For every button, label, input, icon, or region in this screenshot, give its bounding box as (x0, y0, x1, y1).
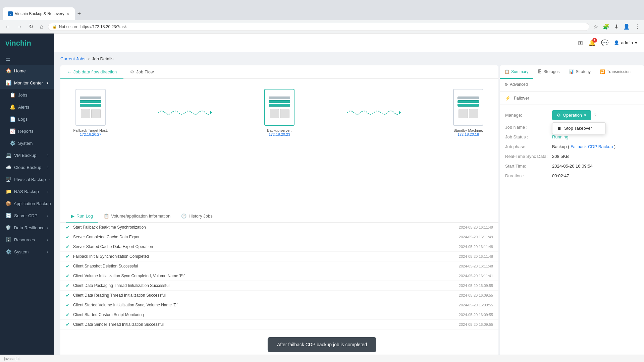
sidebar-label-resilience: Data Resilience (14, 225, 45, 230)
source-node: Failback Target Host: 172.18.20.27 (67, 89, 114, 136)
profile-btn[interactable]: 👤 (622, 22, 631, 31)
log-entry-time: 2024-05-20 16:11:48 (459, 264, 493, 268)
target-server-box (453, 89, 483, 126)
log-check-icon: ✔ (66, 273, 70, 279)
log-entry: ✔ Client Started Volume Initialization S… (60, 300, 498, 310)
sidebar-item-home[interactable]: 🏠 Home (0, 65, 54, 77)
wave-connector-1 (114, 108, 256, 118)
flow-diagram: Failback Target Host: 172.18.20.27 (60, 79, 498, 146)
tab-advanced[interactable]: ⚙ Advanced (500, 78, 532, 92)
flow-nodes: Failback Target Host: 172.18.20.27 (67, 89, 492, 136)
breadcrumb-parent[interactable]: Current Jobs (60, 56, 85, 61)
summary-row-sync-data: Real-Time Sync Data: 208.5KB (505, 154, 639, 159)
target-node: Standby Machine: 172.18.20.18 (445, 89, 492, 136)
browser-toolbar: ← → ↻ ⌂ 🔒 Not secure https://172.18.20.2… (0, 20, 644, 34)
log-entry-text: Start Failback Real-time Synchronization (73, 225, 455, 230)
bookmark-btn[interactable]: ☆ (592, 22, 599, 31)
job-flow-icon: ⚙ (130, 69, 134, 74)
sidebar-item-system-main[interactable]: ⚙️ System › (0, 246, 54, 258)
browser-tab-active[interactable]: V Vinchin Backup & Recovery ✕ (3, 7, 75, 20)
job-panel: ↔ Job data flow direction ⚙ Job Flow (60, 65, 498, 210)
back-btn[interactable]: ← (3, 22, 12, 31)
cdp-icon: 🔄 (5, 213, 11, 218)
sidebar-item-jobs[interactable]: 📋 Jobs (0, 89, 54, 101)
help-icon[interactable]: ? (594, 113, 596, 118)
sidebar-item-monitor-center[interactable]: 📊 Monitor Center ▾ (0, 77, 54, 89)
resources-icon: 🗄️ (5, 237, 11, 242)
tab-favicon: V (8, 11, 13, 16)
menu-btn[interactable]: ⋮ (633, 22, 641, 31)
middle-ip-link[interactable]: 172.18.20.23 (269, 132, 290, 136)
notification-bell-icon[interactable]: 🔔 1 (588, 39, 596, 47)
sidebar-item-resources[interactable]: 🗄️ Resources › (0, 234, 54, 246)
app-icon: 📦 (5, 201, 11, 206)
sidebar-label-reports: Reports (18, 129, 34, 134)
failback-cdp-link[interactable]: Failback CDP Backup (571, 144, 613, 149)
log-entry-text: Client Started Volume Initialization Syn… (73, 303, 455, 307)
extensions-btn[interactable]: 🧩 (601, 22, 611, 31)
user-info[interactable]: 👤 admin ▾ (614, 40, 637, 45)
chat-icon[interactable]: 💬 (601, 39, 608, 47)
target-ip-link[interactable]: 172.18.20.18 (458, 132, 479, 136)
status-text: javascript: (4, 357, 21, 361)
sidebar-item-reports[interactable]: 📈 Reports (0, 125, 54, 137)
middle-label: Backup server: 172.18.20.23 (256, 128, 303, 136)
failover-section: ⚡ Failover (500, 92, 644, 105)
dropdown-chevron-icon: ▾ (584, 113, 586, 118)
sidebar-item-nas-backup[interactable]: 📁 NAS Backup › (0, 185, 54, 197)
user-name: admin (621, 40, 633, 45)
tab-storages-label: Storages (543, 69, 559, 74)
manage-label: Manage: (505, 113, 552, 118)
sidebar-item-physical-backup[interactable]: 🖥️ Physical Backup › (0, 173, 54, 185)
tab-volume-info[interactable]: 📋 Volume/application information (98, 210, 176, 223)
operation-container: ⚙ Operation ▾ ⏹ Stop Takeover (552, 110, 591, 120)
sidebar-item-vm-backup[interactable]: 💻 VM Backup › (0, 149, 54, 161)
tab-close-btn[interactable]: ✕ (66, 12, 69, 16)
tab-storages[interactable]: 🗄 Storages (533, 65, 564, 79)
tab-run-log[interactable]: ▶ Run Log (66, 210, 98, 223)
browser-actions: ☆ 🧩 ⬇ 👤 ⋮ (592, 22, 641, 31)
forward-btn[interactable]: → (15, 22, 24, 31)
chevron-right-icon3: › (48, 178, 49, 181)
operation-btn[interactable]: ⚙ Operation ▾ (552, 110, 591, 120)
sidebar-label-system: System (18, 141, 33, 146)
grid-icon[interactable]: ⊞ (578, 39, 583, 47)
log-entry-text: Server Started Cache Data Export Operati… (73, 244, 455, 249)
new-tab-btn[interactable]: + (75, 8, 84, 20)
sidebar-item-data-resilience[interactable]: 🛡️ Data Resilience › (0, 222, 54, 234)
job-phase-label: Job phase: (505, 144, 552, 149)
log-entry: ✔ Start Failback Real-time Synchronizati… (60, 223, 498, 232)
log-entry: ✔ Client Data Reading Thread Initializat… (60, 291, 498, 300)
log-entry-text: Server Completed Cache Data Export (73, 235, 455, 239)
log-entry-text: Client Started Custom Script Monitoring (73, 312, 455, 317)
sidebar-item-server-cdp[interactable]: 🔄 Server CDP › (0, 209, 54, 222)
chevron-right-icon: › (47, 154, 48, 157)
tab-summary[interactable]: 📋 Summary (500, 65, 533, 79)
sidebar-item-cloud-backup[interactable]: ☁️ Cloud Backup › (0, 161, 54, 173)
home-btn[interactable]: ⌂ (38, 22, 45, 31)
log-check-icon: ✔ (66, 234, 70, 240)
refresh-btn[interactable]: ↻ (27, 22, 35, 31)
sidebar-item-application-backup[interactable]: 📦 Application Backup › (0, 197, 54, 209)
source-ip-link[interactable]: 172.18.20.27 (80, 132, 101, 136)
sidebar-item-system-monitor[interactable]: ⚙️ System (0, 137, 54, 149)
downloads-btn[interactable]: ⬇ (613, 22, 620, 31)
address-bar[interactable]: 🔒 Not secure https://172.18.20.23/?task (48, 23, 589, 31)
stop-takeover-btn[interactable]: ⏹ Stop Takeover (552, 123, 605, 134)
sidebar-item-alerts[interactable]: 🔔 Alerts (0, 101, 54, 113)
log-check-icon: ✔ (66, 293, 70, 298)
sidebar-toggle[interactable]: ☰ (0, 53, 54, 65)
log-check-icon: ✔ (66, 263, 70, 269)
sidebar-label-resources: Resources (14, 237, 35, 242)
summary-tab-icon: 📋 (504, 69, 509, 74)
tab-strategy[interactable]: 📊 Strategy (564, 65, 595, 79)
log-entry-time: 2024-05-20 16:09:55 (459, 322, 493, 326)
main-content: ⊞ 🔔 1 💬 👤 admin ▾ Current Jobs > Job Det… (54, 34, 644, 355)
tab-history-jobs[interactable]: 🕐 History Jobs (176, 210, 218, 223)
stop-takeover-label: Stop Takeover (564, 126, 592, 131)
tab-transmission[interactable]: 🔁 Transmission (595, 65, 635, 79)
tab-job-flow[interactable]: ⚙ Job Flow (123, 65, 160, 79)
sidebar-item-logs[interactable]: 📄 Logs (0, 113, 54, 125)
operation-btn-label: Operation (563, 113, 582, 118)
tab-flow-direction[interactable]: ↔ Job data flow direction (60, 65, 123, 79)
